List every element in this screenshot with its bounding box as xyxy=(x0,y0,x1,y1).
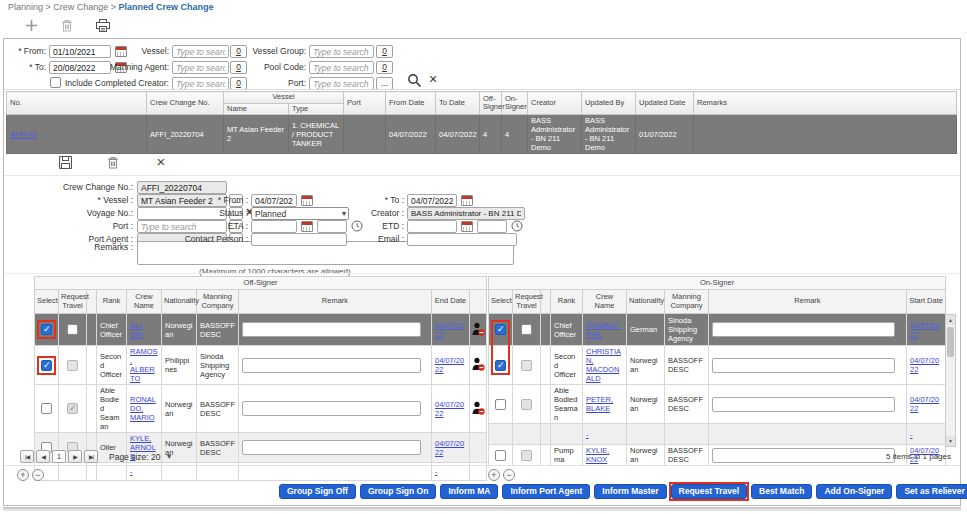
off-end-date-link[interactable]: 04/07/2022 xyxy=(435,321,464,339)
print-icon[interactable] xyxy=(94,17,112,33)
off-signer-row[interactable]: Chief Officer ALI, DIN Norwegian BASSOFF… xyxy=(35,314,487,346)
add-icon[interactable] xyxy=(22,17,40,33)
on-add-row-icon[interactable]: + xyxy=(488,469,500,481)
best-match-button[interactable]: Best Match xyxy=(751,484,812,499)
off-end-date-link[interactable]: 04/07/2022 xyxy=(435,400,464,418)
crew-change-link[interactable]: AFFI-49 xyxy=(10,130,37,139)
calendar-icon[interactable] xyxy=(301,221,313,232)
off-crew-name-link[interactable]: RONALDO, MARIO xyxy=(130,395,156,422)
add-on-signer-button[interactable]: Add On-Signer xyxy=(816,484,892,499)
on-crew-name-link[interactable]: CHRISTIAN, MACDONALD xyxy=(586,347,621,383)
contact-person-field[interactable] xyxy=(251,233,347,246)
filter-vessel-input[interactable] xyxy=(172,45,229,58)
page-size-value[interactable]: 20 xyxy=(151,452,160,462)
inform-master-button[interactable]: Inform Master xyxy=(594,484,666,499)
grid-header-off-signer[interactable]: Off-Signer xyxy=(480,92,502,115)
grid-header-crew-change-no[interactable]: Crew Change No. xyxy=(147,92,224,115)
inform-ma-button[interactable]: Inform MA xyxy=(440,484,498,499)
detail-from-field[interactable] xyxy=(251,194,297,207)
on-header-start-date[interactable]: Start Date xyxy=(907,290,946,314)
off-header-rank[interactable]: Rank xyxy=(97,290,127,314)
clear-search-icon[interactable]: × xyxy=(429,71,437,87)
pager-prev-button[interactable]: ◀ xyxy=(36,450,50,463)
pager-last-button[interactable]: ▶| xyxy=(84,450,98,463)
off-remark-input-0[interactable] xyxy=(242,322,421,337)
off-header-crew-name[interactable]: Crew Name xyxy=(127,290,162,314)
off-end-date-link[interactable]: 04/07/2022 xyxy=(435,356,464,374)
off-select-checkbox-0[interactable] xyxy=(41,324,52,335)
off-signer-row[interactable]: Second Officer RAMOS, ALBERTO Philippine… xyxy=(35,346,487,385)
off-crew-name-link[interactable]: ALI, DIN xyxy=(130,321,143,339)
on-header-nationality[interactable]: Nationality xyxy=(627,290,665,314)
email-field[interactable] xyxy=(407,233,517,246)
grid-header-to-date[interactable]: To Date xyxy=(436,92,480,115)
calendar-icon[interactable] xyxy=(301,195,313,206)
grid-header-no[interactable]: No. xyxy=(7,92,147,115)
grid-header-port[interactable]: Port xyxy=(344,92,386,115)
calendar-icon[interactable] xyxy=(461,195,473,206)
on-select-checkbox-2[interactable] xyxy=(495,399,506,410)
on-header-manning-company[interactable]: Manning Company xyxy=(665,290,709,314)
on-select-checkbox-4[interactable] xyxy=(495,450,506,461)
on-select-checkbox-0[interactable] xyxy=(495,324,506,335)
off-request-travel-checkbox-0[interactable] xyxy=(67,324,78,335)
off-add-row-icon[interactable]: + xyxy=(17,469,29,481)
pager-next-button[interactable]: ▶ xyxy=(68,450,82,463)
sign-off-person-icon[interactable] xyxy=(472,357,485,371)
on-start-date-link[interactable]: 04/07/2022 xyxy=(910,395,939,413)
grid-header-remarks[interactable]: Remarks xyxy=(694,92,957,115)
filter-vessel-group-input[interactable] xyxy=(309,45,374,58)
grid-header-creator[interactable]: Creator xyxy=(528,92,582,115)
filter-from-input[interactable] xyxy=(49,45,111,58)
off-remark-input-2[interactable] xyxy=(242,401,421,416)
crew-scrollbar[interactable]: ▲ ▼ xyxy=(945,314,956,447)
filter-pool-code-input[interactable] xyxy=(309,61,374,74)
off-signer-row[interactable]: Oiler KYLE, ARNOLD Norwegian BASSOFF DES… xyxy=(35,433,487,463)
scrollbar-thumb[interactable] xyxy=(947,327,954,357)
off-crew-name-link[interactable]: RAMOS, ALBERTO xyxy=(130,347,158,383)
eta-date-field[interactable] xyxy=(251,220,297,233)
grid-header-from-date[interactable]: From Date xyxy=(386,92,436,115)
include-completed-checkbox[interactable] xyxy=(50,77,61,88)
group-sign-on-button[interactable]: Group Sign On xyxy=(360,484,436,499)
on-remark-input-0[interactable] xyxy=(712,322,895,337)
clock-icon[interactable] xyxy=(511,220,523,232)
scroll-up-icon[interactable]: ▲ xyxy=(946,315,955,325)
off-remark-input-3[interactable] xyxy=(242,440,421,455)
on-header-crew-name[interactable]: Crew Name xyxy=(583,290,627,314)
filter-manning-agent-input[interactable] xyxy=(172,61,229,74)
on-crew-name-link[interactable]: DOMINIC, PHIL xyxy=(586,321,621,339)
sign-off-person-icon[interactable] xyxy=(472,322,485,336)
filter-to-input[interactable] xyxy=(49,61,111,74)
pager-first-button[interactable]: |◀ xyxy=(20,450,34,463)
off-header-manning-company[interactable]: Manning Company xyxy=(197,290,239,314)
grid-header-updated-date[interactable]: Updated Date xyxy=(636,92,694,115)
grid-header-vessel-name[interactable]: Name xyxy=(224,103,289,115)
off-end-date-link[interactable]: 04/07/2022 xyxy=(435,439,464,457)
sign-off-person-icon[interactable] xyxy=(472,401,485,415)
pager-page-button[interactable]: 1 xyxy=(52,450,66,463)
save-icon[interactable] xyxy=(56,154,74,170)
scroll-down-icon[interactable]: ▼ xyxy=(946,436,955,446)
grid-header-vessel-type[interactable]: Type xyxy=(289,103,344,115)
off-header-end-date[interactable]: End Date xyxy=(432,290,470,314)
on-signer-row[interactable]: Able Bodied Seaman PETER, BLAKE Norwegia… xyxy=(489,385,946,424)
breadcrumb-trail[interactable]: Planning > Crew Change > xyxy=(8,2,116,12)
group-sign-off-button[interactable]: Group Sign Off xyxy=(279,484,356,499)
on-header-rank[interactable]: Rank xyxy=(551,290,583,314)
on-signer-row[interactable]: Second Officer CHRISTIAN, MACDONALD Norw… xyxy=(489,346,946,385)
on-remark-input-1[interactable] xyxy=(712,358,895,373)
on-select-checkbox-1[interactable] xyxy=(495,360,506,371)
on-signer-row[interactable]: Chief Officer DOMINIC, PHIL German Sinod… xyxy=(489,314,946,346)
calendar-icon[interactable] xyxy=(461,221,473,232)
on-start-date-link[interactable]: 04/07/2022 xyxy=(910,321,939,339)
grid-header-updated-by[interactable]: Updated By xyxy=(582,92,636,115)
inform-port-agent-button[interactable]: Inform Port Agent xyxy=(502,484,590,499)
delete-icon[interactable] xyxy=(58,17,76,33)
off-select-checkbox-2[interactable] xyxy=(41,403,52,414)
vessel-group-lookup-button[interactable]: 0 xyxy=(376,45,393,58)
on-remark-input-2[interactable] xyxy=(712,397,895,412)
close-record-icon[interactable]: × xyxy=(152,153,170,169)
off-select-checkbox-1[interactable] xyxy=(41,360,52,371)
grid-header-on-signer[interactable]: On-Signer xyxy=(502,92,528,115)
